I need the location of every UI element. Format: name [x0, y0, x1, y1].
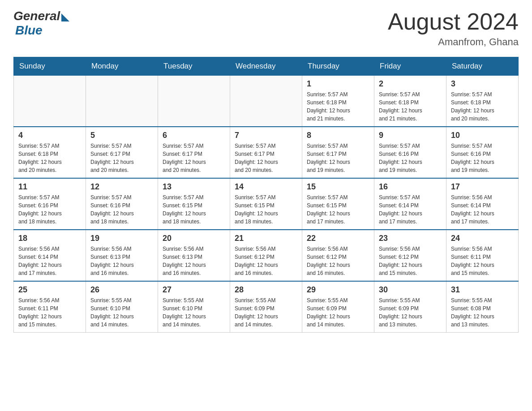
calendar-day-cell: 23Sunrise: 5:56 AMSunset: 6:12 PMDayligh… [374, 230, 446, 281]
day-number: 2 [379, 79, 442, 89]
day-number: 16 [379, 182, 442, 192]
logo-arrow-icon [61, 13, 69, 21]
day-info: Sunrise: 5:55 AMSunset: 6:09 PMDaylight:… [307, 296, 369, 329]
logo-blue-text: Blue [15, 23, 43, 38]
calendar-day-cell: 22Sunrise: 5:56 AMSunset: 6:12 PMDayligh… [302, 230, 374, 281]
day-info: Sunrise: 5:57 AMSunset: 6:14 PMDaylight:… [379, 193, 442, 226]
calendar-day-cell: 31Sunrise: 5:55 AMSunset: 6:08 PMDayligh… [446, 281, 519, 333]
calendar-week-row: 25Sunrise: 5:56 AMSunset: 6:11 PMDayligh… [14, 281, 519, 333]
day-info: Sunrise: 5:56 AMSunset: 6:13 PMDaylight:… [90, 245, 153, 277]
day-info: Sunrise: 5:57 AMSunset: 6:16 PMDaylight:… [90, 193, 153, 226]
day-of-week-header: Tuesday [158, 57, 230, 76]
day-info: Sunrise: 5:55 AMSunset: 6:08 PMDaylight:… [451, 296, 514, 329]
day-number: 12 [90, 182, 153, 192]
day-number: 10 [451, 131, 514, 140]
calendar-table: SundayMondayTuesdayWednesdayThursdayFrid… [13, 57, 519, 333]
calendar-day-cell: 10Sunrise: 5:57 AMSunset: 6:16 PMDayligh… [446, 127, 519, 178]
day-number: 4 [18, 131, 81, 140]
day-info: Sunrise: 5:57 AMSunset: 6:17 PMDaylight:… [235, 142, 297, 174]
calendar-week-row: 18Sunrise: 5:56 AMSunset: 6:14 PMDayligh… [14, 230, 519, 281]
day-number: 19 [90, 234, 153, 243]
day-number: 11 [18, 182, 81, 192]
day-info: Sunrise: 5:56 AMSunset: 6:13 PMDaylight:… [163, 245, 225, 277]
day-info: Sunrise: 5:57 AMSunset: 6:16 PMDaylight:… [451, 142, 514, 174]
calendar-day-cell: 28Sunrise: 5:55 AMSunset: 6:09 PMDayligh… [230, 281, 302, 333]
calendar-week-row: 4Sunrise: 5:57 AMSunset: 6:18 PMDaylight… [14, 127, 519, 178]
day-info: Sunrise: 5:55 AMSunset: 6:09 PMDaylight:… [379, 296, 442, 329]
calendar-week-row: 1Sunrise: 5:57 AMSunset: 6:18 PMDaylight… [14, 76, 519, 127]
day-number: 24 [451, 234, 514, 243]
day-number: 23 [379, 234, 442, 243]
title-section: August 2024 Amanfrom, Ghana [388, 9, 519, 48]
days-of-week-row: SundayMondayTuesdayWednesdayThursdayFrid… [14, 57, 519, 76]
logo: General Blue [13, 9, 69, 38]
day-number: 22 [307, 234, 369, 243]
calendar-day-cell: 9Sunrise: 5:57 AMSunset: 6:16 PMDaylight… [374, 127, 446, 178]
calendar-day-cell: 11Sunrise: 5:57 AMSunset: 6:16 PMDayligh… [14, 178, 86, 230]
calendar-week-row: 11Sunrise: 5:57 AMSunset: 6:16 PMDayligh… [14, 178, 519, 230]
day-info: Sunrise: 5:55 AMSunset: 6:09 PMDaylight:… [235, 296, 297, 329]
day-info: Sunrise: 5:57 AMSunset: 6:15 PMDaylight:… [307, 193, 369, 226]
day-info: Sunrise: 5:56 AMSunset: 6:11 PMDaylight:… [18, 296, 81, 329]
day-number: 3 [451, 79, 514, 89]
calendar-day-cell: 2Sunrise: 5:57 AMSunset: 6:18 PMDaylight… [374, 76, 446, 127]
calendar-day-cell: 18Sunrise: 5:56 AMSunset: 6:14 PMDayligh… [14, 230, 86, 281]
calendar-day-cell: 6Sunrise: 5:57 AMSunset: 6:17 PMDaylight… [158, 127, 230, 178]
page-header: General Blue August 2024 Amanfrom, Ghana [13, 9, 519, 48]
day-number: 14 [235, 182, 297, 192]
calendar-day-cell: 21Sunrise: 5:56 AMSunset: 6:12 PMDayligh… [230, 230, 302, 281]
calendar-day-cell: 30Sunrise: 5:55 AMSunset: 6:09 PMDayligh… [374, 281, 446, 333]
calendar-day-cell: 29Sunrise: 5:55 AMSunset: 6:09 PMDayligh… [302, 281, 374, 333]
day-info: Sunrise: 5:56 AMSunset: 6:12 PMDaylight:… [235, 245, 297, 277]
day-info: Sunrise: 5:55 AMSunset: 6:10 PMDaylight:… [90, 296, 153, 329]
calendar-day-cell [230, 76, 302, 127]
day-info: Sunrise: 5:56 AMSunset: 6:12 PMDaylight:… [379, 245, 442, 277]
day-info: Sunrise: 5:57 AMSunset: 6:18 PMDaylight:… [451, 90, 514, 123]
day-info: Sunrise: 5:57 AMSunset: 6:18 PMDaylight:… [307, 90, 369, 123]
day-info: Sunrise: 5:56 AMSunset: 6:12 PMDaylight:… [307, 245, 369, 277]
day-of-week-header: Saturday [446, 57, 519, 76]
day-info: Sunrise: 5:57 AMSunset: 6:15 PMDaylight:… [235, 193, 297, 226]
day-number: 25 [18, 285, 81, 295]
calendar-day-cell: 3Sunrise: 5:57 AMSunset: 6:18 PMDaylight… [446, 76, 519, 127]
day-of-week-header: Sunday [14, 57, 86, 76]
day-number: 26 [90, 285, 153, 295]
calendar-day-cell [14, 76, 86, 127]
day-info: Sunrise: 5:57 AMSunset: 6:18 PMDaylight:… [379, 90, 442, 123]
day-number: 15 [307, 182, 369, 192]
day-of-week-header: Monday [86, 57, 158, 76]
calendar-day-cell: 25Sunrise: 5:56 AMSunset: 6:11 PMDayligh… [14, 281, 86, 333]
day-number: 28 [235, 285, 297, 295]
day-number: 18 [18, 234, 81, 243]
day-number: 13 [163, 182, 225, 192]
calendar-day-cell: 20Sunrise: 5:56 AMSunset: 6:13 PMDayligh… [158, 230, 230, 281]
calendar-day-cell: 14Sunrise: 5:57 AMSunset: 6:15 PMDayligh… [230, 178, 302, 230]
day-number: 6 [163, 131, 225, 140]
day-info: Sunrise: 5:57 AMSunset: 6:17 PMDaylight:… [163, 142, 225, 174]
calendar-day-cell: 19Sunrise: 5:56 AMSunset: 6:13 PMDayligh… [86, 230, 158, 281]
day-number: 1 [307, 79, 369, 89]
day-info: Sunrise: 5:56 AMSunset: 6:11 PMDaylight:… [451, 245, 514, 277]
day-info: Sunrise: 5:55 AMSunset: 6:10 PMDaylight:… [163, 296, 225, 329]
day-info: Sunrise: 5:57 AMSunset: 6:16 PMDaylight:… [18, 193, 81, 226]
calendar-day-cell: 8Sunrise: 5:57 AMSunset: 6:17 PMDaylight… [302, 127, 374, 178]
day-number: 27 [163, 285, 225, 295]
day-of-week-header: Thursday [302, 57, 374, 76]
calendar-day-cell: 16Sunrise: 5:57 AMSunset: 6:14 PMDayligh… [374, 178, 446, 230]
logo-general-text: General [13, 9, 60, 23]
day-info: Sunrise: 5:57 AMSunset: 6:16 PMDaylight:… [379, 142, 442, 174]
calendar-day-cell: 13Sunrise: 5:57 AMSunset: 6:15 PMDayligh… [158, 178, 230, 230]
day-number: 7 [235, 131, 297, 140]
calendar-day-cell: 12Sunrise: 5:57 AMSunset: 6:16 PMDayligh… [86, 178, 158, 230]
day-info: Sunrise: 5:57 AMSunset: 6:17 PMDaylight:… [307, 142, 369, 174]
calendar-day-cell [158, 76, 230, 127]
day-info: Sunrise: 5:56 AMSunset: 6:14 PMDaylight:… [451, 193, 514, 226]
calendar-day-cell: 5Sunrise: 5:57 AMSunset: 6:17 PMDaylight… [86, 127, 158, 178]
day-number: 17 [451, 182, 514, 192]
calendar-day-cell: 1Sunrise: 5:57 AMSunset: 6:18 PMDaylight… [302, 76, 374, 127]
calendar-day-cell [86, 76, 158, 127]
day-info: Sunrise: 5:57 AMSunset: 6:15 PMDaylight:… [163, 193, 225, 226]
day-number: 29 [307, 285, 369, 295]
day-number: 9 [379, 131, 442, 140]
day-info: Sunrise: 5:57 AMSunset: 6:18 PMDaylight:… [18, 142, 81, 174]
